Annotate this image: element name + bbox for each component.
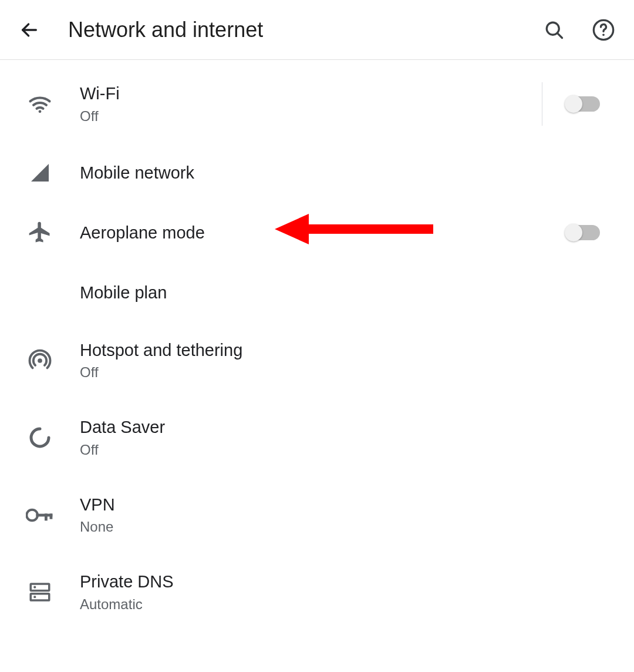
- svg-point-13: [33, 586, 36, 589]
- help-icon: [592, 18, 615, 42]
- header-actions: [541, 17, 616, 43]
- help-button[interactable]: [591, 17, 616, 43]
- airplane-icon: [0, 220, 80, 246]
- row-sub: Off: [80, 363, 616, 381]
- dns-icon: [0, 580, 80, 604]
- search-icon: [544, 19, 565, 41]
- arrow-back-icon: [19, 20, 39, 40]
- wifi-icon: [0, 91, 80, 117]
- row-label: Wi-Fi: [80, 83, 542, 104]
- row-aeroplane-mode[interactable]: Aeroplane mode: [0, 202, 634, 263]
- svg-point-4: [602, 33, 605, 36]
- row-label: Data Saver: [80, 416, 616, 438]
- svg-point-6: [38, 358, 42, 363]
- row-hotspot[interactable]: Hotspot and tethering Off: [0, 322, 634, 399]
- svg-point-5: [39, 110, 42, 113]
- row-sub: None: [80, 518, 616, 536]
- row-label: Mobile network: [80, 162, 616, 183]
- app-header: Network and internet: [0, 0, 634, 60]
- svg-point-14: [33, 596, 36, 598]
- row-label: Private DNS: [80, 571, 616, 592]
- row-sub: Automatic: [80, 595, 616, 613]
- svg-rect-12: [31, 594, 49, 600]
- svg-line-2: [557, 33, 562, 38]
- svg-point-7: [26, 509, 38, 520]
- settings-list: Wi-Fi Off Mobile network Aeroplane mode: [0, 60, 634, 631]
- row-mobile-plan[interactable]: Mobile plan: [0, 263, 634, 322]
- row-divider: [542, 82, 542, 126]
- row-mobile-network[interactable]: Mobile network: [0, 143, 634, 202]
- hotspot-icon: [0, 348, 80, 373]
- data-saver-icon: [0, 426, 80, 449]
- svg-rect-10: [50, 513, 53, 519]
- wifi-toggle[interactable]: [566, 96, 600, 112]
- row-wifi[interactable]: Wi-Fi Off: [0, 65, 634, 143]
- row-sub: Off: [80, 107, 542, 125]
- row-label: Aeroplane mode: [80, 222, 566, 243]
- row-label: Hotspot and tethering: [80, 340, 616, 361]
- svg-rect-9: [45, 513, 48, 520]
- aeroplane-toggle[interactable]: [566, 225, 600, 240]
- row-label: Mobile plan: [80, 282, 616, 303]
- row-sub: Off: [80, 441, 616, 459]
- row-vpn[interactable]: VPN None: [0, 476, 634, 553]
- svg-rect-11: [31, 584, 49, 590]
- row-label: VPN: [80, 494, 616, 515]
- signal-icon: [0, 161, 80, 184]
- vpn-icon: [0, 506, 80, 525]
- row-private-dns[interactable]: Private DNS Automatic: [0, 553, 634, 630]
- search-button[interactable]: [541, 17, 567, 43]
- back-button[interactable]: [18, 18, 41, 42]
- page-title: Network and internet: [68, 18, 541, 42]
- row-data-saver[interactable]: Data Saver Off: [0, 399, 634, 476]
